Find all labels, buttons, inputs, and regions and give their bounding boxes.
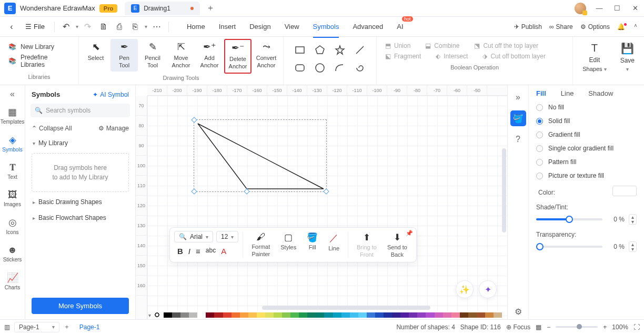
fill-button[interactable]: 🪣Fill (303, 231, 322, 251)
bring-front-button[interactable]: ⬆Bring toFront (353, 231, 381, 259)
opt-pattern[interactable]: Pattern fill (534, 155, 639, 169)
line-button[interactable]: ／Line (324, 231, 344, 252)
document-tab[interactable]: E Drawing1 (125, 2, 200, 15)
rp-tab-shadow[interactable]: Shadow (588, 89, 613, 97)
save-symbol-button[interactable]: Save (620, 57, 635, 64)
size-select[interactable]: 12▾ (216, 231, 238, 242)
layout-toggle[interactable]: ▥ (4, 323, 10, 331)
back-button[interactable]: ‹ (5, 22, 18, 32)
tab-view[interactable]: View (285, 19, 299, 34)
ai-magic-button[interactable]: ✦ (479, 280, 497, 298)
focus-button[interactable]: ⊕Focus (506, 323, 531, 331)
tab-home[interactable]: Home (187, 19, 205, 34)
drop-zone[interactable]: Drag symbols here to add to My Library (32, 153, 129, 192)
tab-advanced[interactable]: Advanced (353, 19, 383, 34)
shape-spiral[interactable] (351, 60, 369, 76)
export-dropdown[interactable]: ▾ (145, 24, 147, 29)
shape-circle[interactable] (311, 60, 329, 76)
expand-rightpanel[interactable]: » (510, 89, 526, 105)
opt-picture[interactable]: Picture or texture fill (534, 169, 639, 183)
italic-button[interactable]: I (188, 247, 190, 256)
rail-text[interactable]: 𝐓Text (0, 160, 25, 182)
trans-stepper[interactable]: ▴▾ (629, 241, 637, 252)
tab-ai[interactable]: AI hot (397, 19, 403, 34)
settings-button[interactable]: ⚙ (510, 303, 526, 319)
zoom-slider[interactable] (556, 326, 598, 328)
fill-tab-icon[interactable]: 🪣 (510, 110, 526, 126)
predefine-libraries-button[interactable]: 📚Predefine Libraries (8, 54, 70, 68)
publish-button[interactable]: ✈Publish (514, 23, 542, 31)
font-select[interactable]: 🔍Arial▾ (174, 231, 213, 242)
undo-dropdown[interactable]: ▾ (76, 24, 78, 29)
pin-icon[interactable]: 📌 (406, 230, 413, 237)
save-icon[interactable]: 🗎 (97, 22, 110, 32)
add-anchor-tool[interactable]: ✒⁺AddAnchor (196, 39, 223, 72)
shape-rect[interactable] (291, 42, 309, 58)
avatar[interactable] (575, 3, 586, 14)
print-icon[interactable]: ⎙ (113, 22, 126, 32)
basic-flowchart-section[interactable]: ▸Basic Flowchart Shapes (25, 210, 135, 226)
share-button[interactable]: ∞Share (549, 23, 573, 31)
selection-box[interactable] (194, 119, 327, 192)
maximize-button[interactable]: ☐ (608, 0, 626, 17)
mylibrary-section[interactable]: ▾My Library (25, 135, 135, 151)
options-button[interactable]: ⚙Options (580, 23, 610, 31)
pen-tool[interactable]: ✒PenTool (110, 39, 138, 72)
text-case-button[interactable]: abc (206, 247, 216, 256)
rail-charts[interactable]: 📈Charts (0, 270, 25, 292)
format-painter-button[interactable]: 🖌FormatPainter (247, 231, 274, 258)
zoom-in-button[interactable]: + (603, 323, 607, 331)
shade-stepper[interactable]: ▴▾ (629, 214, 637, 225)
opt-solidfill[interactable]: Solid fill (534, 114, 639, 128)
rp-tab-line[interactable]: Line (561, 89, 574, 97)
ai-symbol-button[interactable]: ✦AI Symbol (93, 91, 129, 98)
pencil-tool[interactable]: ✎PencilTool (139, 39, 166, 72)
union-button[interactable]: ⬒Union (385, 42, 410, 49)
shade-slider[interactable] (536, 218, 602, 220)
combine-button[interactable]: ⬓Combine (425, 42, 459, 49)
scrollbar-vertical[interactable] (502, 148, 506, 232)
edit-button[interactable]: Edit (589, 56, 600, 64)
manage-button[interactable]: ⚙Manage (98, 125, 129, 132)
tab-symbols[interactable]: Symbols (313, 19, 339, 34)
styles-button[interactable]: ▢Styles (276, 231, 300, 251)
close-button[interactable]: ✕ (626, 0, 644, 17)
intersect-button[interactable]: ⬖Intersect (436, 53, 468, 60)
cutbottom-button[interactable]: ⬗Cut off bottom layer (482, 53, 546, 60)
page-tab[interactable]: Page-1 (74, 323, 105, 331)
shape-pentagon[interactable] (311, 42, 329, 58)
shape-star[interactable] (331, 42, 349, 58)
opt-gradient[interactable]: Gradient fill (534, 128, 639, 141)
basic-drawing-section[interactable]: ▸Basic Drawing Shapes (25, 194, 135, 210)
palette-dropdown[interactable]: ▾ (148, 312, 151, 318)
collapse-ribbon-button[interactable]: ＾ (632, 22, 639, 31)
page-dropdown[interactable]: Page-1▾ (14, 322, 59, 332)
dropper-icon[interactable]: ⭘ (153, 310, 162, 319)
rail-templates[interactable]: ▦Templates (0, 104, 25, 127)
shapes-dropdown[interactable]: Shapes ▾ (582, 66, 606, 72)
zoom-out-button[interactable]: − (547, 323, 550, 331)
fit-page-button[interactable]: ▦ (536, 323, 541, 331)
bold-button[interactable]: B (177, 247, 183, 256)
more-symbols-button[interactable]: More Symbols (32, 298, 129, 314)
convert-anchor-tool[interactable]: ⤳ConvertAnchor (253, 39, 280, 72)
fullscreen-button[interactable]: ⛶ (633, 323, 640, 331)
collapse-all-button[interactable]: ⌃Collapse All (32, 125, 72, 132)
tab-insert[interactable]: Insert (219, 19, 236, 34)
notifications-button[interactable]: 🔔 (617, 23, 625, 31)
opt-singlecolor[interactable]: Single color gradient fill (534, 141, 639, 155)
rp-tab-fill[interactable]: Fill (536, 89, 546, 97)
move-anchor-tool[interactable]: ⇱MoveAnchor (167, 39, 195, 72)
opt-nofill[interactable]: No fill (534, 100, 639, 114)
new-tab-button[interactable]: ＋ (206, 3, 215, 14)
color-palette[interactable]: ▾ ⭘ (148, 311, 502, 319)
color-swatch[interactable] (612, 186, 637, 196)
rail-stickers[interactable]: ☻Stickers (0, 242, 25, 265)
select-tool[interactable]: ⬉Select (82, 39, 109, 64)
rail-images[interactable]: 🖼Images (0, 187, 25, 209)
rail-symbols[interactable]: ◈Symbols (0, 132, 25, 155)
file-menu[interactable]: ☰ File (21, 21, 49, 33)
font-color-button[interactable]: A (221, 247, 226, 256)
cuttop-button[interactable]: ⬔Cut off the top layer (474, 42, 538, 49)
new-library-button[interactable]: 📚New Library (8, 43, 70, 50)
